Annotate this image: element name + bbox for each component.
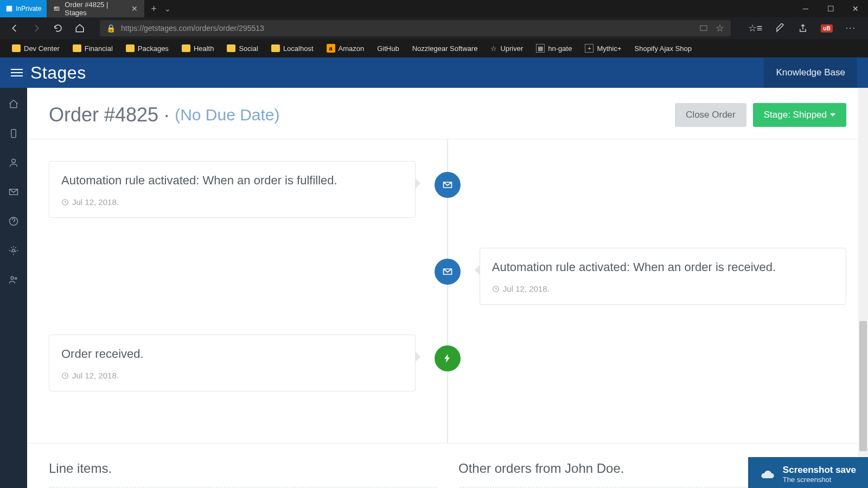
address-row: 🔒 https://getstages.com/orders/order/295… [0,17,868,39]
mail-nav-icon[interactable] [8,187,19,197]
inprivate-icon [5,5,13,12]
home-nav-icon[interactable] [8,99,19,110]
clock-icon [61,198,69,206]
bookmark-item[interactable]: Localhost [266,42,319,55]
close-order-button[interactable]: Close Order [675,103,746,127]
favorites-icon[interactable]: ☆≡ [748,22,763,34]
maximize-icon[interactable]: ☐ [818,0,843,17]
notes-icon[interactable] [775,23,785,33]
svg-rect-6 [11,130,16,138]
clock-icon [492,285,500,293]
folder-icon [271,44,280,52]
hamburger-icon[interactable] [11,69,23,76]
minimize-icon[interactable]: ─ [793,0,818,17]
envelope-badge [435,259,461,285]
timeline-card-date: Jul 12, 2018. [61,197,403,207]
clock-icon [61,372,69,380]
bookmark-item[interactable]: Packages [120,42,174,55]
lock-icon: 🔒 [106,24,116,33]
bookmark-item[interactable]: aAmazon [321,42,370,55]
users-nav-icon[interactable] [8,274,19,285]
window-controls: ─ ☐ ✕ [793,0,868,17]
amazon-icon: a [327,44,335,53]
timeline-row: Order received.Jul 12, 2018. [49,335,846,405]
envelope-badge [435,172,461,198]
folder-icon [12,44,21,52]
svg-rect-4 [58,7,59,10]
bookmark-item[interactable]: GitHub [372,42,404,55]
timeline: Automation rule activated: When an order… [27,139,868,443]
address-bar[interactable]: 🔒 https://getstages.com/orders/order/295… [100,20,731,36]
bookmark-item[interactable]: ☆Upriver [485,42,528,55]
tab-bar: InPrivate Order #4825 | Stages ✕ + ⌄ ─ ☐… [0,0,868,17]
app-body: Order #4825 · (No Due Date) Close Order … [0,88,868,488]
bookmark-item[interactable]: Shopify Ajax Shop [629,42,698,55]
favorite-star-icon[interactable]: ☆ [716,22,724,34]
order-title: Order #4825 · [49,104,169,126]
stage-dropdown-button[interactable]: Stage: Shipped [753,103,846,127]
due-date-link[interactable]: (No Due Date) [175,106,279,124]
refresh-icon[interactable] [53,23,63,33]
ublock-icon[interactable]: uB [821,24,832,33]
envelope-icon [442,179,453,190]
timeline-card[interactable]: Automation rule activated: When an order… [480,248,846,305]
bookmark-item[interactable]: Dev Center [7,42,65,55]
device-nav-icon[interactable] [8,128,19,139]
bookmark-label: Localhost [283,44,314,53]
star-icon: ☆ [490,44,497,53]
reading-view-icon[interactable] [699,24,708,33]
bookmark-item[interactable]: Financial [67,42,118,55]
timeline-card[interactable]: Order received.Jul 12, 2018. [49,335,416,391]
share-icon[interactable] [798,23,808,33]
svg-point-10 [12,249,15,252]
back-icon[interactable] [10,23,20,33]
browser-tab[interactable]: Order #4825 | Stages ✕ [47,0,144,17]
tab-favicon [53,5,60,12]
folder-icon [126,44,135,52]
timeline-card[interactable]: Automation rule activated: When an order… [49,161,416,218]
content-wrap: Order #4825 · (No Due Date) Close Order … [27,88,868,488]
forward-icon[interactable] [31,23,41,33]
bookmark-label: Mythic+ [597,44,621,53]
url-text: https://getstages.com/orders/order/29551… [121,24,264,33]
toolbar-right: ☆≡ uB ··· [741,22,864,34]
screenshot-toast[interactable]: Screenshot save The screenshot [748,457,868,488]
timeline-card-title: Automation rule activated: When an order… [492,260,834,274]
timeline-card-date: Jul 12, 2018. [61,371,403,380]
box-icon: ▦ [536,44,545,53]
help-nav-icon[interactable] [8,216,19,227]
bookmark-item[interactable]: Social [221,42,263,55]
knowledge-base-link[interactable]: Knowledge Base [764,57,857,88]
folder-icon [227,44,235,52]
scrollbar-thumb[interactable] [859,321,867,451]
bookmark-label: Shopify Ajax Shop [635,44,692,53]
bolt-icon [442,353,453,364]
svg-point-12 [15,278,17,279]
scrollbar[interactable] [858,88,868,488]
timeline-row: Automation rule activated: When an order… [49,248,846,318]
tab-controls: + ⌄ [144,3,177,15]
bookmark-item[interactable]: Nozzlegear Software [407,42,483,55]
bookmark-label: hn-gate [548,44,572,53]
more-icon[interactable]: ··· [846,23,856,33]
settings-nav-icon[interactable] [8,245,19,256]
line-items-title: Line items. [49,461,437,476]
bookmark-item[interactable]: ▦hn-gate [531,42,577,55]
bookmark-item[interactable]: +Mythic+ [579,42,627,55]
home-icon[interactable] [75,23,85,33]
tab-close-icon[interactable]: ✕ [131,4,138,13]
timeline-card-title: Order received. [61,347,403,361]
cloud-icon [760,467,775,482]
bookmark-item[interactable]: Health [176,42,220,55]
envelope-icon [442,266,453,277]
tab-menu-icon[interactable]: ⌄ [164,4,171,13]
bookmarks-bar: Dev CenterFinancialPackagesHealthSocialL… [0,39,868,57]
svg-point-11 [11,277,14,279]
user-nav-icon[interactable] [8,157,19,168]
new-tab-icon[interactable]: + [151,3,157,15]
close-window-icon[interactable]: ✕ [843,0,868,17]
plus-icon: + [585,44,593,53]
svg-point-7 [12,159,16,163]
header-actions: Close Order Stage: Shipped [675,103,846,127]
sidebar [0,88,27,488]
